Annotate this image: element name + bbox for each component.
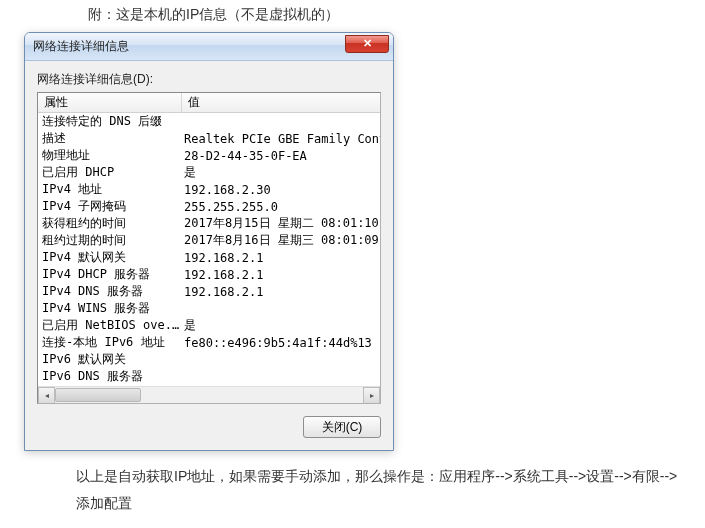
close-icon: ✕ (363, 37, 372, 50)
close-window-button[interactable]: ✕ (345, 35, 389, 53)
value-cell: 192.168.2.1 (182, 268, 380, 282)
window-title: 网络连接详细信息 (33, 38, 129, 55)
value-cell: 是 (182, 317, 380, 334)
property-cell: IPv4 默认网关 (38, 249, 182, 266)
table-row[interactable]: 租约过期的时间2017年8月16日 星期三 08:01:09 (38, 232, 380, 249)
property-cell: 已启用 NetBIOS ove... (38, 317, 182, 334)
value-cell: 192.168.2.1 (182, 251, 380, 265)
listview-header: 属性 值 (38, 93, 380, 113)
property-cell: IPv4 DHCP 服务器 (38, 266, 182, 283)
close-button[interactable]: 关闭(C) (303, 416, 381, 438)
value-cell: 192.168.2.30 (182, 183, 380, 197)
table-row[interactable]: 连接-本地 IPv6 地址fe80::e496:9b5:4a1f:44d%13 (38, 334, 380, 351)
value-cell: fe80::e496:9b5:4a1f:44d%13 (182, 336, 380, 350)
table-row[interactable]: IPv4 DNS 服务器192.168.2.1 (38, 283, 380, 300)
scroll-left-button[interactable]: ◂ (38, 387, 55, 404)
scroll-thumb[interactable] (55, 388, 141, 402)
caption-top: 附：这是本机的IP信息（不是虚拟机的） (88, 6, 705, 24)
value-cell: 2017年8月16日 星期三 08:01:09 (182, 232, 380, 249)
value-cell: 192.168.2.1 (182, 285, 380, 299)
table-row[interactable]: IPv4 子网掩码255.255.255.0 (38, 198, 380, 215)
table-row[interactable]: IPv6 默认网关 (38, 351, 380, 368)
table-row[interactable]: 已启用 DHCP是 (38, 164, 380, 181)
table-row[interactable]: IPv4 DHCP 服务器192.168.2.1 (38, 266, 380, 283)
value-cell: Realtek PCIe GBE Family Contro (182, 132, 380, 146)
property-cell: IPv4 WINS 服务器 (38, 300, 182, 317)
details-listview[interactable]: 属性 值 连接特定的 DNS 后缀描述Realtek PCIe GBE Fami… (37, 92, 381, 404)
table-row[interactable]: 描述Realtek PCIe GBE Family Contro (38, 130, 380, 147)
property-cell: 连接-本地 IPv6 地址 (38, 334, 182, 351)
table-row[interactable]: 物理地址28-D2-44-35-0F-EA (38, 147, 380, 164)
table-row[interactable]: IPv4 默认网关192.168.2.1 (38, 249, 380, 266)
value-cell: 是 (182, 164, 380, 181)
listview-rows: 连接特定的 DNS 后缀描述Realtek PCIe GBE Family Co… (38, 113, 380, 386)
table-row[interactable]: 已启用 NetBIOS ove...是 (38, 317, 380, 334)
table-row[interactable]: 连接特定的 DNS 后缀 (38, 113, 380, 130)
value-cell: 2017年8月15日 星期二 08:01:10 (182, 215, 380, 232)
table-row[interactable]: 获得租约的时间2017年8月15日 星期二 08:01:10 (38, 215, 380, 232)
property-cell: 物理地址 (38, 147, 182, 164)
value-cell: 255.255.255.0 (182, 200, 380, 214)
scroll-track[interactable] (55, 387, 363, 403)
property-cell: IPv4 地址 (38, 181, 182, 198)
property-cell: 连接特定的 DNS 后缀 (38, 113, 182, 130)
table-row[interactable]: IPv4 地址192.168.2.30 (38, 181, 380, 198)
header-value[interactable]: 值 (182, 92, 380, 113)
property-cell: 描述 (38, 130, 182, 147)
property-cell: IPv6 DNS 服务器 (38, 368, 182, 385)
property-cell: 租约过期的时间 (38, 232, 182, 249)
property-cell: IPv4 DNS 服务器 (38, 283, 182, 300)
scroll-right-button[interactable]: ▸ (363, 387, 380, 404)
horizontal-scrollbar[interactable]: ◂ ▸ (38, 386, 380, 403)
details-label: 网络连接详细信息(D): (37, 71, 381, 88)
property-cell: 获得租约的时间 (38, 215, 182, 232)
property-cell: IPv6 默认网关 (38, 351, 182, 368)
property-cell: IPv4 子网掩码 (38, 198, 182, 215)
table-row[interactable]: IPv6 DNS 服务器 (38, 368, 380, 385)
button-row: 关闭(C) (37, 416, 381, 438)
property-cell: 已启用 DHCP (38, 164, 182, 181)
titlebar: 网络连接详细信息 ✕ (25, 33, 393, 61)
dialog-content: 网络连接详细信息(D): 属性 值 连接特定的 DNS 后缀描述Realtek … (25, 61, 393, 450)
dialog-window: 网络连接详细信息 ✕ 网络连接详细信息(D): 属性 值 连接特定的 DNS 后… (24, 32, 394, 451)
value-cell: 28-D2-44-35-0F-EA (182, 149, 380, 163)
table-row[interactable]: IPv4 WINS 服务器 (38, 300, 380, 317)
caption-bottom: 以上是自动获取IP地址，如果需要手动添加，那么操作是：应用程序-->系统工具--… (76, 463, 685, 516)
header-property[interactable]: 属性 (38, 92, 182, 113)
